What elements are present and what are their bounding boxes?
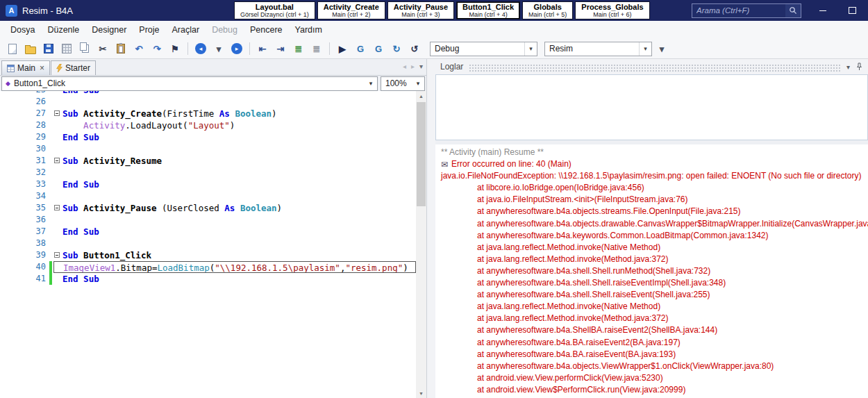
fold-collapse-icon[interactable]	[53, 249, 62, 261]
copy-button[interactable]	[76, 40, 93, 57]
tab-starter[interactable]: Starter	[51, 60, 96, 75]
paste-button[interactable]	[112, 40, 129, 57]
maximize-button[interactable]	[847, 6, 857, 15]
zoom-combo[interactable]: 100% ▾	[381, 76, 425, 91]
code-line-30[interactable]: 30	[0, 143, 416, 155]
save-all-button[interactable]	[40, 40, 57, 57]
menu-proje[interactable]: Proje	[133, 21, 165, 39]
quick-tab-button1-click[interactable]: Button1_ClickMain (ctrl + 4)	[456, 1, 520, 19]
menu-designer[interactable]: Designer	[85, 21, 133, 39]
code-line-32[interactable]: 32	[0, 167, 416, 179]
module-select-combo[interactable]: Resim▾	[544, 42, 652, 56]
code-line-41[interactable]: 41End Sub	[0, 273, 416, 285]
log-text: at java.lang.reflect.Method.invoke(Metho…	[477, 254, 669, 264]
code-line-37[interactable]: 37End Sub	[0, 226, 416, 238]
code-line-body	[53, 96, 416, 108]
member-combo[interactable]: ◆ Button1_Click ▾	[1, 76, 378, 91]
code-line-34[interactable]: 34	[0, 190, 416, 202]
quick-tab-activity-create[interactable]: Activity_CreateMain (ctrl + 2)	[317, 1, 385, 19]
code-line-28[interactable]: 28 Activity.LoadLayout("Layout")	[0, 119, 416, 131]
indent-button[interactable]: ⇥	[272, 40, 289, 57]
scroll-down-icon[interactable]: ▼	[416, 388, 426, 398]
code-line-36[interactable]: 36	[0, 214, 416, 226]
cut-button[interactable]: ✂	[94, 40, 111, 57]
close-icon[interactable]: ×	[40, 64, 44, 72]
chevron-down-icon[interactable]: ▾	[412, 80, 424, 87]
step-over-button[interactable]: G	[370, 40, 387, 57]
build-modules-button[interactable]	[58, 40, 75, 57]
pin-icon[interactable]	[856, 63, 863, 71]
scrollbar-thumb[interactable]	[417, 102, 426, 206]
navigate-back-button[interactable]: ◂	[192, 40, 209, 57]
code-line-39[interactable]: 39Sub Button1_Click	[0, 249, 416, 261]
log-text: at java.lang.reflect.Method.invoke(Nativ…	[477, 301, 660, 311]
run-button[interactable]: ▶	[334, 40, 351, 57]
fold-margin	[53, 238, 62, 249]
navigate-back-menu-button[interactable]: ▾	[210, 40, 227, 57]
search-input[interactable]	[692, 6, 785, 15]
menu-debug[interactable]: Debug	[206, 21, 244, 39]
quick-tab-process-globals[interactable]: Process_GlobalsMain (ctrl + 6)	[575, 1, 649, 19]
log-text: at java.lang.reflect.Method.invoke(Metho…	[477, 313, 669, 323]
undo-button[interactable]: ↶	[131, 40, 147, 57]
uncomment-button[interactable]: ≣	[308, 40, 325, 57]
quick-tab-globals[interactable]: GlobalsMain (ctrl + 5)	[522, 1, 573, 19]
refresh-button[interactable]: ↻	[388, 40, 405, 57]
change-marker	[49, 214, 52, 226]
code-line-31[interactable]: 31Sub Activity_Resume	[0, 155, 416, 167]
quick-tab-layout-bal[interactable]: Layout.balGörsel Dizaynci (ctrl + 1)	[234, 1, 315, 19]
tab-main[interactable]: Main×	[1, 60, 50, 75]
code-line-29[interactable]: 29End Sub	[0, 131, 416, 143]
fold-margin	[53, 119, 62, 131]
change-marker	[49, 273, 52, 285]
toolbar-overflow-button[interactable]: ▾	[653, 40, 670, 57]
tab-list-icon[interactable]: ▾	[419, 63, 423, 70]
code-line-body: End Sub	[53, 273, 416, 285]
comment-button[interactable]: ≣	[290, 40, 307, 57]
code-line-27[interactable]: 27Sub Activity_Create(FirstTime As Boole…	[0, 108, 416, 119]
menu-dosya[interactable]: Dosya	[4, 21, 41, 39]
menu-yard-m[interactable]: Yardım	[289, 21, 328, 39]
tab-scroll-left-icon[interactable]: ◂	[403, 63, 406, 70]
log-line: at java.lang.reflect.Method.invoke(Nativ…	[441, 301, 868, 313]
menu-pencere[interactable]: Pencere	[244, 21, 289, 39]
quick-tab-activity-pause[interactable]: Activity_PauseMain (ctrl + 3)	[387, 1, 454, 19]
editor-vertical-scrollbar[interactable]: ▲ ▼	[416, 91, 426, 398]
scroll-up-icon[interactable]: ▲	[416, 91, 426, 101]
new-file-button[interactable]	[4, 40, 21, 57]
panel-grip[interactable]	[469, 64, 841, 72]
chevron-down-icon[interactable]: ▾	[365, 80, 377, 87]
log-filter-list[interactable]	[435, 74, 868, 140]
toolbar-separator	[187, 42, 188, 55]
code-editor[interactable]: 25End Sub2627Sub Activity_Create(FirstTi…	[0, 91, 426, 398]
configuration-combo[interactable]: Debug▾	[430, 42, 537, 56]
chevron-down-icon[interactable]: ▾	[524, 42, 537, 56]
quick-tab-shortcut: Main (ctrl + 2)	[332, 11, 370, 18]
fold-collapse-icon[interactable]	[53, 108, 62, 119]
step-into-button[interactable]: G	[352, 40, 369, 57]
restart-button[interactable]: ↺	[406, 40, 423, 57]
navigate-forward-button[interactable]: ▸	[228, 40, 245, 57]
minimize-button[interactable]	[818, 6, 828, 15]
log-text: ** Activity (main) Resume **	[441, 147, 544, 157]
fold-collapse-icon[interactable]	[53, 155, 62, 167]
code-line-40[interactable]: 40ImageView1.Bitmap=LoadBitmap("\\192.16…	[0, 261, 416, 273]
outdent-button[interactable]: ⇤	[254, 40, 271, 57]
redo-button[interactable]: ↷	[149, 40, 165, 57]
code-line-33[interactable]: 33End Sub	[0, 179, 416, 190]
bookmark-button[interactable]: ⚑	[167, 40, 183, 57]
chevron-down-icon[interactable]: ▾	[639, 42, 651, 56]
menu-ara-lar[interactable]: Araçlar	[166, 21, 206, 39]
open-project-button[interactable]	[22, 40, 39, 57]
log-output[interactable]: ** Activity (main) Resume **✉Error occur…	[435, 144, 868, 398]
search-icon[interactable]	[785, 4, 801, 17]
fold-collapse-icon[interactable]	[53, 202, 62, 214]
code-line-38[interactable]: 38	[0, 238, 416, 249]
code-line-25[interactable]: 25End Sub	[0, 91, 416, 96]
menu-d-zenle[interactable]: Düzenle	[41, 21, 85, 39]
pane-splitter[interactable]	[427, 59, 435, 398]
panel-menu-icon[interactable]: ▾	[846, 63, 850, 71]
code-line-35[interactable]: 35Sub Activity_Pause (UserClosed As Bool…	[0, 202, 416, 214]
code-line-26[interactable]: 26	[0, 96, 416, 108]
tab-scroll-right-icon[interactable]: ▸	[411, 63, 415, 70]
